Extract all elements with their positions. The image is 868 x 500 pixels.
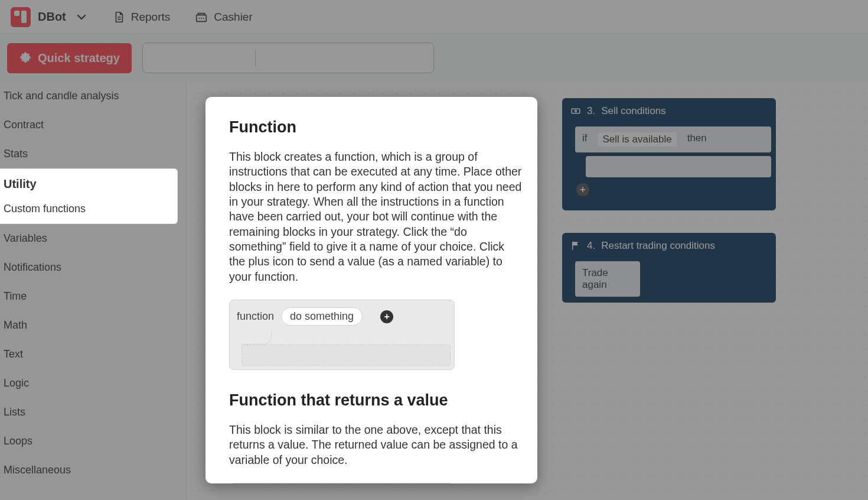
popover-heading-function-returns: Function that returns a value xyxy=(229,391,522,410)
popover-desc-function: This block creates a function, which is … xyxy=(229,150,522,284)
sample-block-slot[interactable] xyxy=(242,345,451,366)
sample-block-body xyxy=(230,332,454,369)
help-popover: Function This block creates a function, … xyxy=(205,97,537,483)
sample-function-label: function xyxy=(237,310,274,323)
sidebar-item-utility[interactable]: Utility xyxy=(0,169,177,197)
sidebar-group-utility: Utility Custom functions xyxy=(0,168,178,224)
sample-block-header: function do something + xyxy=(230,300,454,332)
sample-function-name-pill[interactable]: do something xyxy=(281,307,363,326)
block-notch xyxy=(242,332,451,345)
popover-desc-function-returns: This block is similar to the one above, … xyxy=(229,423,522,467)
plus-icon[interactable]: + xyxy=(380,310,393,323)
sidebar-item-custom-functions[interactable]: Custom functions xyxy=(0,197,177,223)
sample-function-block[interactable]: function do something + xyxy=(229,300,455,370)
sample-function-return-block[interactable]: function do something + xyxy=(229,483,455,483)
popover-heading-function: Function xyxy=(229,118,522,137)
